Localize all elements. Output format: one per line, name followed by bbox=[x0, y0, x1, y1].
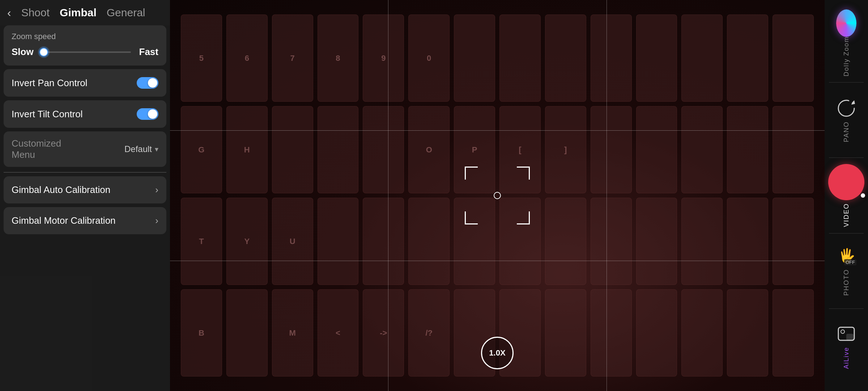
key-blank2 bbox=[499, 14, 541, 102]
key-blank13 bbox=[636, 106, 677, 193]
key-blank16 bbox=[773, 106, 814, 193]
photo-label: PHOTO bbox=[843, 269, 850, 296]
zoom-speed-slider[interactable] bbox=[39, 51, 131, 53]
invert-pan-toggle[interactable] bbox=[137, 77, 158, 89]
fast-label: Fast bbox=[137, 46, 158, 58]
slow-label: Slow bbox=[12, 46, 34, 58]
key-o: O bbox=[408, 106, 450, 193]
key-blank6 bbox=[681, 14, 723, 102]
key-7: 7 bbox=[272, 14, 313, 102]
key-b: B bbox=[181, 289, 222, 377]
gallery-icon-container bbox=[836, 324, 856, 344]
key-bracket1: [ bbox=[499, 106, 541, 193]
nav-general[interactable]: General bbox=[107, 7, 145, 19]
key-blank5 bbox=[636, 14, 677, 102]
record-button[interactable] bbox=[828, 164, 864, 200]
svg-point-0 bbox=[838, 100, 854, 116]
key-blank8 bbox=[773, 14, 814, 102]
key-blank25 bbox=[681, 198, 723, 285]
key-blank9 bbox=[272, 106, 313, 193]
key-blank12 bbox=[591, 106, 632, 193]
mode-photo[interactable]: 🖐 OFF PHOTO bbox=[825, 234, 868, 308]
zoom-speed-section: Zoom speed Slow Fast bbox=[4, 25, 166, 66]
key-0: 0 bbox=[408, 14, 450, 102]
gimbal-auto-calibration-row[interactable]: Gimbal Auto Calibration › bbox=[4, 176, 166, 203]
nav-gimbal[interactable]: Gimbal bbox=[60, 7, 97, 19]
top-navigation: ‹ Shoot Gimbal General bbox=[0, 0, 170, 25]
dolly-zoom-icon bbox=[836, 13, 856, 33]
off-badge: OFF bbox=[844, 259, 856, 265]
gesture-icon-container: 🖐 OFF bbox=[836, 246, 856, 266]
key-t: T bbox=[181, 198, 222, 285]
key-blank4 bbox=[591, 14, 632, 102]
key-blank33 bbox=[636, 289, 677, 377]
invert-tilt-thumb bbox=[148, 109, 157, 119]
key-period: -> bbox=[363, 289, 404, 377]
refresh-circle-icon bbox=[836, 98, 856, 118]
right-controls: Dolly Zoom PANO VIDEO 🖐 OFF PHOTO bbox=[825, 0, 868, 391]
gimbal-motor-calibration-row[interactable]: Gimbal Motor Calibration › bbox=[4, 207, 166, 234]
gimbal-auto-calibration-label: Gimbal Auto Calibration bbox=[12, 184, 110, 196]
key-blank7 bbox=[727, 14, 768, 102]
invert-tilt-label: Invert Tilt Control bbox=[12, 109, 83, 120]
svg-point-5 bbox=[841, 330, 844, 333]
key-slash: /? bbox=[408, 289, 450, 377]
chevron-right-icon: › bbox=[155, 184, 158, 196]
key-blank34 bbox=[681, 289, 723, 377]
customized-menu-section[interactable]: CustomizedMenu Default ▾ bbox=[4, 131, 166, 167]
mode-pano[interactable]: PANO bbox=[825, 83, 868, 157]
dropdown-arrow-icon: ▾ bbox=[155, 145, 158, 154]
key-blank31 bbox=[545, 289, 586, 377]
key-8: 8 bbox=[318, 14, 359, 102]
key-m: M bbox=[272, 289, 313, 377]
key-comma: < bbox=[318, 289, 359, 377]
key-blank15 bbox=[727, 106, 768, 193]
key-y: Y bbox=[226, 198, 268, 285]
invert-pan-label: Invert Pan Control bbox=[12, 77, 88, 89]
key-6: 6 bbox=[226, 14, 268, 102]
invert-tilt-toggle[interactable] bbox=[137, 108, 158, 120]
settings-panel: ‹ Shoot Gimbal General Zoom speed Slow F… bbox=[0, 0, 170, 391]
key-p: P bbox=[454, 106, 495, 193]
key-5: 5 bbox=[181, 14, 222, 102]
invert-tilt-section: Invert Tilt Control bbox=[4, 100, 166, 128]
key-blank17 bbox=[318, 198, 359, 285]
key-blank32 bbox=[591, 289, 632, 377]
mode-video[interactable]: VIDEO bbox=[825, 158, 868, 233]
key-blank27 bbox=[773, 198, 814, 285]
key-blank21 bbox=[499, 198, 541, 285]
key-9: 9 bbox=[363, 14, 404, 102]
customized-menu-selected: Default bbox=[124, 144, 152, 154]
nav-shoot[interactable]: Shoot bbox=[21, 7, 50, 19]
key-blank3 bbox=[545, 14, 586, 102]
zoom-value: 1.0X bbox=[489, 348, 505, 358]
key-g: G bbox=[181, 106, 222, 193]
gimbal-motor-calibration-label: Gimbal Motor Calibration bbox=[12, 215, 116, 226]
invert-pan-section: Invert Pan Control bbox=[4, 69, 166, 97]
zoom-button[interactable]: 1.0X bbox=[481, 337, 514, 369]
svg-rect-4 bbox=[846, 334, 854, 340]
mode-dolly-zoom[interactable]: Dolly Zoom bbox=[825, 7, 868, 82]
key-blank24 bbox=[636, 198, 677, 285]
menu-divider bbox=[4, 172, 166, 173]
mode-ailive[interactable]: AiLive bbox=[825, 309, 868, 384]
chevron-right-icon-2: › bbox=[155, 215, 158, 226]
pano-label: PANO bbox=[843, 121, 850, 142]
key-blank26 bbox=[727, 198, 768, 285]
key-blank28 bbox=[226, 289, 268, 377]
dolly-zoom-label: Dolly Zoom bbox=[843, 36, 850, 76]
ailive-label: AiLive bbox=[843, 347, 850, 369]
key-blank20 bbox=[454, 198, 495, 285]
zoom-speed-slider-row: Slow Fast bbox=[12, 46, 158, 58]
back-button[interactable]: ‹ bbox=[7, 7, 11, 18]
key-bracket2: ] bbox=[545, 106, 586, 193]
slider-thumb[interactable] bbox=[39, 48, 48, 56]
key-blank11 bbox=[363, 106, 404, 193]
siri-sphere-icon bbox=[836, 9, 856, 37]
svg-marker-1 bbox=[851, 100, 855, 105]
invert-pan-thumb bbox=[148, 78, 157, 88]
key-blank35 bbox=[727, 289, 768, 377]
zoom-speed-label: Zoom speed bbox=[12, 32, 158, 41]
key-blank19 bbox=[408, 198, 450, 285]
key-blank18 bbox=[363, 198, 404, 285]
